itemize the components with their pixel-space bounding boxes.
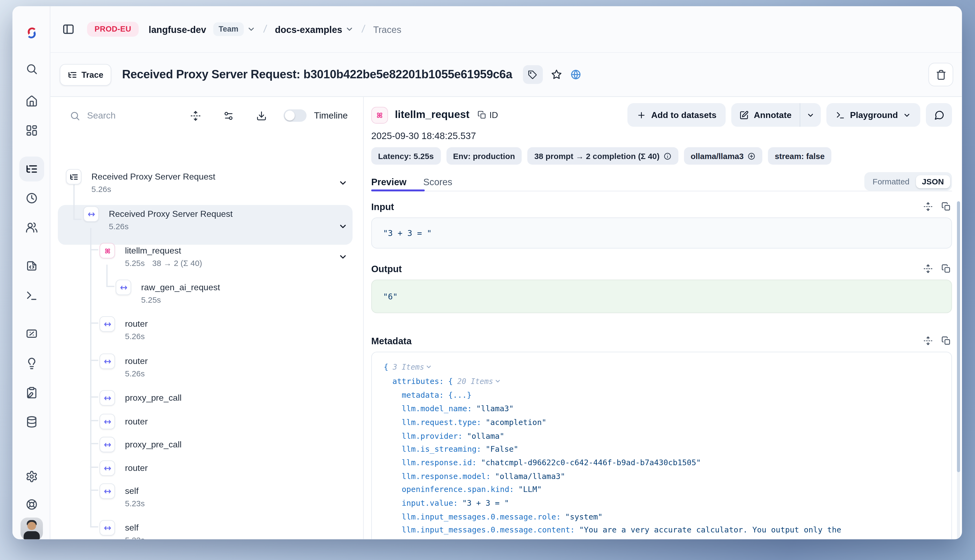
chevron-down-icon (903, 111, 911, 119)
annotate-button[interactable]: Annotate (731, 103, 799, 127)
add-to-datasets-button[interactable]: Add to datasets (627, 103, 726, 127)
metadata-section-label: Metadata (371, 335, 412, 346)
arrow-left-right-icon (99, 437, 115, 453)
generation-pinwheel-icon (371, 107, 388, 123)
row-label: self (125, 486, 139, 496)
comments-button[interactable] (926, 103, 952, 127)
tree-guide-line (90, 526, 99, 527)
sidebar-support-lifebuoy-icon[interactable] (25, 498, 38, 511)
star-bookmark-icon[interactable] (551, 69, 562, 80)
sidebar-users-icon[interactable] (25, 221, 38, 233)
detail-scroll-area: Input "3 + 3 = " Output "6" Me (371, 192, 952, 540)
tree-row-span[interactable]: router (99, 414, 148, 429)
row-label: self (125, 522, 139, 532)
collapse-vertical-icon[interactable] (923, 336, 933, 345)
square-pen-icon (740, 110, 749, 120)
collapse-vertical-icon[interactable] (923, 202, 933, 211)
org-logo-icon[interactable] (23, 25, 40, 41)
format-formatted-option[interactable]: Formatted (866, 177, 916, 186)
sidebar-playground-icon[interactable] (25, 290, 38, 302)
sidebar-search-icon[interactable] (25, 63, 38, 75)
scrollbar-thumb[interactable] (957, 202, 960, 472)
tree-row-span[interactable]: self 5.23s (99, 483, 145, 510)
tab-scores[interactable]: Scores (423, 176, 452, 187)
breadcrumb-org[interactable]: langfuse-dev (149, 24, 206, 35)
tree-toolbar: Timeline (50, 105, 363, 127)
collapse-all-icon[interactable] (190, 110, 201, 121)
tree-row-span[interactable]: proxy_pre_call (99, 437, 182, 453)
json-line: llm.response.id:"chatcmpl-d96622c0-c642-… (372, 456, 952, 470)
chevron-down-icon[interactable] (338, 178, 348, 188)
tag-button[interactable] (523, 65, 543, 84)
json-line: llm.input_messages.0.message.role:"syste… (372, 510, 952, 523)
sidebar-settings-gear-icon[interactable] (25, 470, 38, 483)
tree-guide-line (90, 228, 91, 527)
model-badge[interactable]: ollama/llama3 (684, 147, 762, 165)
sidebar-insights-lightbulb-icon[interactable] (25, 357, 38, 370)
breadcrumb-project[interactable]: docs-examples (275, 24, 342, 35)
user-avatar[interactable] (20, 518, 43, 540)
annotate-dropdown-button[interactable] (799, 103, 821, 127)
tree-row-generation-selected[interactable]: litellm_request 5.25s38 → 2 (Σ 40) (99, 243, 202, 270)
tab-preview[interactable]: Preview (371, 176, 407, 187)
chevron-down-icon[interactable] (345, 25, 354, 33)
trace-type-chip[interactable]: Trace (60, 64, 112, 86)
observation-timestamp: 2025-09-30 18:48:25.537 (371, 130, 952, 141)
chevron-down-icon[interactable] (338, 252, 348, 262)
sidebar-prompts-icon[interactable] (25, 260, 38, 272)
tree-row-span[interactable]: self 5.23s (99, 520, 145, 539)
copy-id-button[interactable]: ID (478, 110, 498, 120)
json-line[interactable]: {3 Items (372, 360, 952, 375)
row-label: router (125, 356, 148, 366)
chevron-down-icon (495, 377, 501, 384)
playground-button[interactable]: Playground (826, 103, 920, 127)
sidebar-tracing-icon[interactable] (25, 163, 38, 175)
breadcrumb-section[interactable]: Traces (373, 24, 401, 35)
environment-badge[interactable]: PROD-EU (87, 22, 139, 37)
format-segmented-control: Formatted JSON (865, 172, 952, 191)
tree-row-span[interactable]: proxy_pre_call (99, 390, 182, 406)
copy-icon[interactable] (942, 202, 951, 211)
sidebar-dashboard-icon[interactable] (25, 124, 38, 137)
tree-row-span[interactable]: Received Proxy Server Request 5.26s (83, 206, 232, 233)
token-usage-badge[interactable]: 38 prompt → 2 completion (Σ 40) (527, 147, 678, 165)
arrow-left-right-icon (99, 353, 115, 369)
tree-row-trace[interactable]: Received Proxy Server Request 5.26s (66, 169, 216, 196)
tree-row-span[interactable]: router 5.26s (99, 316, 148, 343)
view-settings-sliders-icon[interactable] (223, 110, 234, 121)
chevron-down-icon[interactable] (247, 25, 256, 33)
json-line[interactable]: attributes:{20 Items (372, 375, 952, 388)
chevron-down-icon (425, 363, 432, 370)
sidebar-toggle-icon[interactable] (62, 23, 75, 35)
search-input[interactable] (87, 111, 162, 121)
public-globe-icon[interactable] (570, 69, 581, 80)
json-line[interactable]: metadata:{...} (372, 388, 952, 402)
arrow-left-right-icon (99, 520, 115, 536)
sidebar-scores-icon[interactable] (25, 328, 38, 340)
sidebar-home-icon[interactable] (25, 95, 38, 107)
sidebar-evaluators-clipboard-icon[interactable] (25, 387, 38, 399)
timeline-toggle[interactable] (283, 109, 306, 122)
tree-row-span[interactable]: router (99, 460, 148, 476)
download-icon[interactable] (256, 110, 267, 121)
trace-title-bar: Trace Received Proxy Server Request: b30… (50, 53, 962, 97)
collapse-vertical-icon[interactable] (923, 264, 933, 273)
trace-chip-label: Trace (81, 70, 103, 79)
input-value: "3 + 3 = " (371, 217, 952, 248)
plus-circle-icon (748, 152, 756, 160)
arrow-left-right-icon (83, 206, 99, 222)
tree-row-span[interactable]: router 5.26s (99, 353, 148, 380)
arrow-left-right-icon (99, 414, 115, 429)
row-duration: 5.26s (109, 220, 232, 233)
format-json-option[interactable]: JSON (916, 175, 950, 188)
copy-icon[interactable] (942, 264, 951, 273)
delete-trace-button[interactable] (928, 63, 953, 86)
annotate-split-button: Annotate (731, 103, 821, 127)
sidebar-datasets-database-icon[interactable] (25, 415, 38, 428)
chevron-down-icon[interactable] (338, 222, 348, 231)
sidebar-sessions-clock-icon[interactable] (25, 192, 38, 204)
tree-guide-line (90, 397, 99, 397)
copy-icon[interactable] (942, 336, 951, 345)
tree-row-span[interactable]: raw_gen_ai_request 5.25s (115, 280, 220, 306)
row-duration: 5.23s (125, 497, 145, 510)
